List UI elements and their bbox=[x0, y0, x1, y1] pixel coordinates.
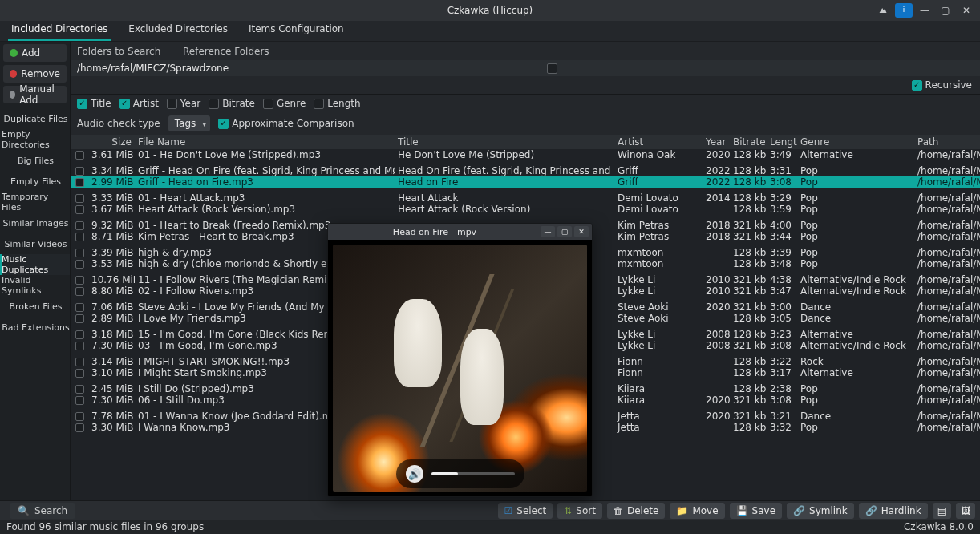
table-row[interactable]: 3.33 MiB01 - Heart Attack.mp3Heart Attac… bbox=[71, 192, 980, 204]
symlink-button[interactable]: 🔗Symlink bbox=[787, 503, 854, 519]
row-checkbox[interactable] bbox=[75, 178, 84, 187]
row-checkbox[interactable] bbox=[75, 303, 84, 312]
check-year[interactable]: Year bbox=[167, 98, 200, 109]
bottom-toolbar: 🔍 Search ☑Select ⇅Sort 🗑Delete 📁Move 💾Sa… bbox=[0, 500, 980, 520]
category-duplicate-files[interactable]: Duplicate Files bbox=[0, 108, 70, 129]
row-checkbox[interactable] bbox=[75, 167, 84, 176]
volume-slider[interactable] bbox=[431, 472, 515, 475]
cell-path: /home/rafal/MIECZ/ bbox=[914, 367, 980, 378]
row-checkbox[interactable] bbox=[75, 205, 84, 214]
check-title[interactable]: Title bbox=[77, 98, 111, 109]
col-year[interactable]: Year bbox=[703, 136, 730, 148]
add-button[interactable]: Add bbox=[3, 44, 67, 62]
cell-file: Heart Attack (Rock Version).mp3 bbox=[135, 204, 395, 215]
approximate-comparison-checkbox[interactable]: Approximate Comparison bbox=[218, 118, 354, 129]
col-bitrate[interactable]: Bitrate bbox=[730, 136, 767, 148]
select-button[interactable]: ☑Select bbox=[498, 503, 553, 519]
cell-size: 7.30 MiB bbox=[88, 340, 135, 351]
cell-size: 2.89 MiB bbox=[88, 313, 135, 324]
row-checkbox[interactable] bbox=[75, 330, 84, 339]
save-button[interactable]: 💾Save bbox=[730, 503, 782, 519]
settings-icon[interactable] bbox=[874, 3, 892, 18]
move-button[interactable]: 📁Move bbox=[670, 503, 724, 519]
cell-year: 2022 bbox=[703, 165, 730, 176]
compare-button[interactable]: ▤ bbox=[933, 503, 951, 519]
row-checkbox[interactable] bbox=[75, 276, 84, 285]
mpv-player-window[interactable]: Head on Fire - mpv — ▢ ✕ 🔊 bbox=[327, 223, 593, 497]
table-row[interactable]: 3.67 MiBHeart Attack (Rock Version).mp3H… bbox=[71, 204, 980, 215]
check-genre[interactable]: Genre bbox=[263, 98, 306, 109]
close-button[interactable]: ✕ bbox=[958, 3, 975, 18]
cell-size: 3.33 MiB bbox=[88, 192, 135, 204]
category-temporary-files[interactable]: Temporary Files bbox=[0, 192, 70, 212]
col-length[interactable]: Length bbox=[767, 136, 797, 148]
row-checkbox[interactable] bbox=[75, 358, 84, 366]
table-row[interactable]: 3.34 MiBGriff - Head On Fire (feat. Sigr… bbox=[71, 165, 980, 176]
folder-ref-checkbox[interactable] bbox=[547, 63, 563, 74]
cell-genre: Pop bbox=[797, 383, 914, 394]
table-row[interactable]: 2.99 MiBGriff - Head on Fire.mp3Head on … bbox=[71, 176, 980, 188]
row-checkbox[interactable] bbox=[75, 287, 84, 296]
cell-artist: Kiiara bbox=[614, 383, 703, 394]
tab-items-configuration[interactable]: Items Configuration bbox=[245, 18, 347, 41]
hardlink-button[interactable]: 🔗Hardlink bbox=[859, 503, 928, 519]
category-broken-files[interactable]: Broken Files bbox=[0, 296, 70, 317]
recursive-checkbox[interactable]: Recursive bbox=[912, 79, 972, 91]
col-path[interactable]: Path bbox=[914, 136, 980, 148]
cell-path: /home/rafal/MIECZ/ bbox=[914, 220, 980, 231]
tab-included-directories[interactable]: Included Directories bbox=[8, 18, 111, 41]
col-file[interactable]: File Name bbox=[135, 136, 395, 148]
player-close-button[interactable]: ✕ bbox=[574, 226, 589, 237]
remove-button[interactable]: Remove bbox=[3, 65, 67, 83]
category-empty-directories[interactable]: Empty Directories bbox=[0, 129, 70, 150]
row-checkbox[interactable] bbox=[75, 233, 84, 241]
player-maximize-button[interactable]: ▢ bbox=[557, 226, 572, 237]
row-checkbox[interactable] bbox=[75, 194, 84, 203]
col-genre[interactable]: Genre bbox=[797, 136, 914, 148]
row-checkbox[interactable] bbox=[75, 412, 84, 421]
preview-toggle-button[interactable]: 🖼 bbox=[956, 503, 975, 519]
row-checkbox[interactable] bbox=[75, 221, 84, 230]
delete-button[interactable]: 🗑Delete bbox=[607, 503, 665, 519]
minimize-button[interactable]: — bbox=[916, 3, 933, 18]
check-length[interactable]: Length bbox=[314, 98, 360, 109]
player-volume-overlay[interactable]: 🔊 bbox=[396, 459, 524, 488]
row-checkbox[interactable] bbox=[75, 423, 84, 432]
category-similar-images[interactable]: Similar Images bbox=[0, 212, 70, 233]
col-title[interactable]: Title bbox=[395, 136, 614, 148]
col-artist[interactable]: Artist bbox=[614, 136, 703, 148]
row-checkbox[interactable] bbox=[75, 369, 84, 378]
audio-check-type-combo[interactable]: Tags bbox=[168, 115, 211, 131]
tab-excluded-directories[interactable]: Excluded Directories bbox=[125, 18, 231, 41]
category-big-files[interactable]: Big Files bbox=[0, 150, 70, 171]
folder-row[interactable]: /home/rafal/MIECZ/Sprawdzone bbox=[71, 60, 980, 76]
table-header: Size File Name Title Artist Year Bitrate… bbox=[71, 135, 980, 149]
row-checkbox[interactable] bbox=[75, 260, 84, 269]
row-checkbox[interactable] bbox=[75, 314, 84, 323]
cell-size: 3.34 MiB bbox=[88, 165, 135, 176]
row-checkbox[interactable] bbox=[75, 385, 84, 394]
check-bitrate[interactable]: Bitrate bbox=[209, 98, 255, 109]
category-empty-files[interactable]: Empty Files bbox=[0, 171, 70, 192]
row-checkbox[interactable] bbox=[75, 342, 84, 350]
category-bad-extensions[interactable]: Bad Extensions bbox=[0, 317, 70, 338]
player-minimize-button[interactable]: — bbox=[541, 226, 555, 237]
row-checkbox[interactable] bbox=[75, 396, 84, 405]
row-checkbox[interactable] bbox=[75, 249, 84, 257]
info-icon[interactable]: i bbox=[895, 3, 913, 18]
category-music-duplicates[interactable]: Music Duplicates bbox=[0, 254, 70, 275]
manual-add-button[interactable]: Manual Add bbox=[3, 86, 67, 103]
check-artist[interactable]: Artist bbox=[119, 98, 159, 109]
table-row[interactable]: 3.61 MiB01 - He Don't Love Me (Stripped)… bbox=[71, 149, 980, 160]
row-checkbox[interactable] bbox=[75, 151, 84, 160]
category-similar-videos[interactable]: Similar Videos bbox=[0, 233, 70, 254]
search-button[interactable]: 🔍 Search bbox=[10, 503, 75, 519]
maximize-button[interactable]: ▢ bbox=[937, 3, 954, 18]
sort-button[interactable]: ⇅Sort bbox=[557, 503, 602, 519]
col-size[interactable]: Size bbox=[88, 136, 135, 148]
category-invalid-symlinks[interactable]: Invalid Symlinks bbox=[0, 275, 70, 296]
cell-bitrate: 321 kbps bbox=[730, 285, 767, 297]
folders-panel: Folders to Search Reference Folders /hom… bbox=[71, 42, 980, 95]
player-titlebar[interactable]: Head on Fire - mpv — ▢ ✕ bbox=[328, 224, 592, 240]
cell-length: 3:05 bbox=[767, 313, 797, 324]
